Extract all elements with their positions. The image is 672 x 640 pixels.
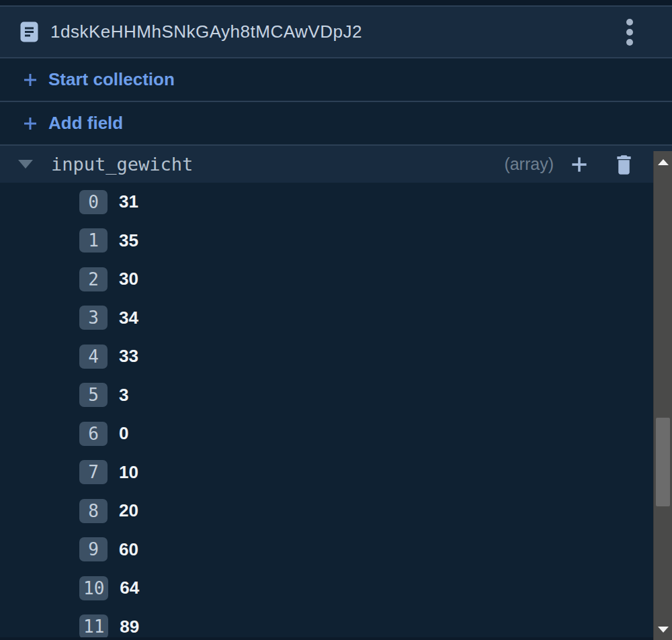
scroll-up-button[interactable]	[654, 152, 672, 171]
trash-icon	[614, 153, 634, 175]
array-index-badge: 0	[79, 190, 108, 214]
kebab-dot	[626, 29, 633, 36]
triangle-down-icon	[658, 627, 669, 633]
panel-bottom-border	[0, 637, 653, 640]
array-index-badge: 5	[79, 383, 108, 407]
array-item-value: 64	[120, 578, 139, 598]
array-item-value: 60	[119, 539, 138, 560]
array-index-badge: 6	[79, 422, 108, 446]
array-item-value: 31	[119, 191, 138, 212]
plus-icon	[20, 70, 40, 90]
array-index-badge: 2	[79, 267, 108, 291]
array-item-row[interactable]: 6 0	[0, 414, 672, 453]
scrollbar-thumb[interactable]	[656, 418, 670, 506]
array-item-value: 0	[119, 423, 128, 444]
field-name: input_gewicht	[51, 154, 504, 175]
delete-field-button[interactable]	[614, 153, 634, 175]
array-item-value: 30	[119, 269, 138, 289]
array-item-row[interactable]: 3 34	[0, 299, 672, 338]
start-collection-button[interactable]: Start collection	[0, 58, 672, 102]
triangle-up-icon	[658, 159, 669, 165]
array-item-value: 20	[119, 500, 138, 521]
array-items-list: 0 31 1 35 2 30 3 34 4 33 5 3 6 0 7 10	[0, 183, 672, 640]
array-index-badge: 4	[79, 345, 108, 369]
scroll-down-button[interactable]	[654, 620, 672, 639]
array-item-value: 10	[119, 462, 138, 483]
kebab-dot	[626, 39, 633, 46]
array-item-row[interactable]: 9 60	[0, 531, 672, 569]
array-item-row[interactable]: 8 20	[0, 492, 672, 531]
array-item-row[interactable]: 5 3	[0, 376, 672, 415]
array-index-badge: 10	[79, 576, 108, 600]
array-item-value: 33	[119, 346, 138, 367]
array-index-badge: 11	[79, 614, 108, 639]
chevron-down-icon[interactable]	[18, 160, 33, 169]
kebab-menu-icon[interactable]	[622, 15, 637, 50]
array-index-badge: 1	[79, 228, 108, 253]
array-index-badge: 3	[79, 306, 108, 330]
array-item-row[interactable]: 7 10	[0, 453, 672, 492]
add-field-label: Add field	[48, 113, 123, 134]
array-index-badge: 8	[79, 499, 108, 523]
document-header: 1dskKeHHMhSNkGAyh8tMCAwVDpJ2	[0, 7, 672, 58]
array-item-row[interactable]: 0 31	[0, 183, 672, 222]
array-item-value: 35	[119, 230, 138, 251]
add-array-item-button[interactable]	[568, 153, 591, 176]
plus-icon	[568, 153, 591, 176]
plus-icon	[20, 113, 40, 134]
document-id: 1dskKeHHMhSNkGAyh8tMCAwVDpJ2	[50, 21, 622, 42]
add-field-button[interactable]: Add field	[0, 102, 672, 146]
array-index-badge: 9	[79, 537, 108, 561]
field-type-label: (array)	[504, 154, 554, 174]
array-item-row[interactable]: 11 89	[0, 608, 672, 640]
document-panel: 1dskKeHHMhSNkGAyh8tMCAwVDpJ2 Start colle…	[0, 0, 672, 640]
array-item-value: 3	[119, 385, 128, 406]
array-item-value: 34	[119, 308, 138, 328]
start-collection-label: Start collection	[48, 69, 175, 90]
array-item-row[interactable]: 1 35	[0, 222, 672, 261]
array-item-row[interactable]: 10 64	[0, 569, 672, 608]
panel-top-border	[0, 0, 672, 7]
array-item-row[interactable]: 4 33	[0, 337, 672, 376]
field-row-input-gewicht[interactable]: input_gewicht (array)	[0, 146, 672, 183]
array-item-value: 89	[120, 616, 139, 637]
array-index-badge: 7	[79, 460, 108, 484]
kebab-dot	[626, 19, 633, 26]
document-icon	[20, 21, 38, 42]
array-item-row[interactable]: 2 30	[0, 260, 672, 299]
scrollbar[interactable]	[653, 151, 672, 640]
